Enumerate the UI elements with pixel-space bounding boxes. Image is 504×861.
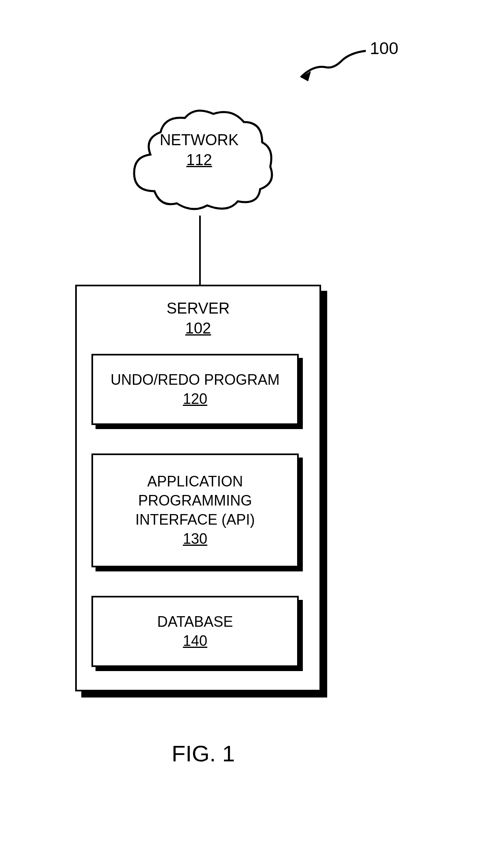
program-label: UNDO/REDO PROGRAM	[111, 371, 280, 390]
reference-arrow-icon	[289, 47, 370, 87]
database-label: DATABASE	[157, 613, 233, 632]
network-number: 112	[122, 150, 276, 170]
api-label-line1: APPLICATION	[147, 472, 243, 491]
program-box: UNDO/REDO PROGRAM 120	[91, 354, 299, 425]
diagram-container: 100 NETWORK 112 SERVER 102 UNDO/REDO PRO…	[0, 0, 504, 861]
api-label-line2: PROGRAMMING	[138, 491, 252, 510]
program-number: 120	[183, 390, 207, 409]
api-box: APPLICATION PROGRAMMING INTERFACE (API) …	[91, 453, 299, 567]
database-box: DATABASE 140	[91, 596, 299, 667]
server-number: 102	[77, 318, 319, 338]
network-cloud-text: NETWORK 112	[122, 130, 276, 170]
database-number: 140	[183, 632, 207, 651]
server-label: SERVER	[77, 299, 319, 318]
server-header: SERVER 102	[77, 299, 319, 339]
api-number: 130	[183, 530, 207, 549]
reference-number-label: 100	[370, 39, 398, 58]
api-label-line3: INTERFACE (API)	[135, 510, 255, 530]
network-label: NETWORK	[122, 130, 276, 150]
connector-line	[199, 216, 201, 285]
figure-caption: FIG. 1	[0, 740, 406, 767]
